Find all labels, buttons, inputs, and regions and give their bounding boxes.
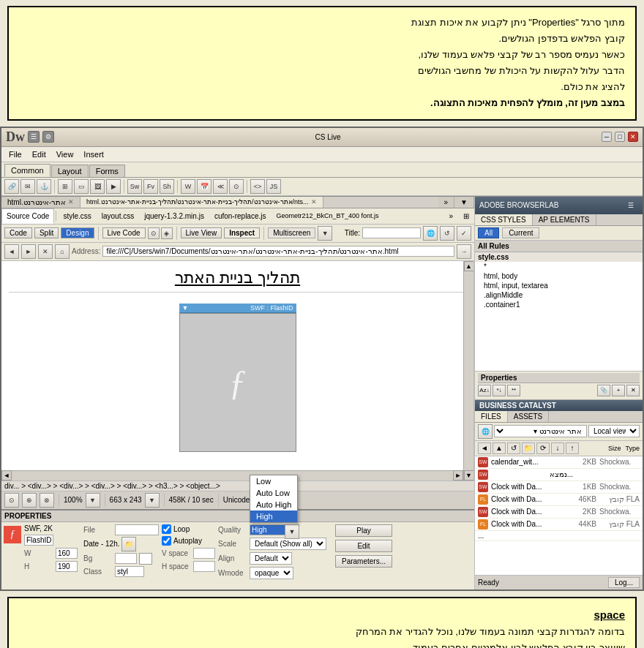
tab-files[interactable]: FILES	[475, 411, 508, 422]
files-get-btn[interactable]: ↓	[551, 442, 564, 454]
all-button[interactable]: All	[478, 227, 499, 238]
menu-insert[interactable]: Insert	[79, 148, 108, 160]
menu-view[interactable]: View	[52, 148, 78, 160]
prop-wmode-select[interactable]: opaque	[250, 567, 293, 579]
prop-bg-input[interactable]	[115, 553, 137, 564]
dimensions-dropdown[interactable]: ▼	[145, 493, 160, 508]
files-up-btn[interactable]: ▲	[493, 442, 506, 454]
design-button[interactable]: Design	[61, 227, 94, 238]
horizontal-scrollbar[interactable]: ◄ ►	[1, 470, 463, 481]
back-button[interactable]: ◄	[4, 244, 19, 259]
prop-flashid-input[interactable]	[24, 535, 53, 546]
title-input[interactable]	[362, 227, 421, 238]
tab-ap-elements[interactable]: AP ELEMENTS	[533, 214, 596, 225]
swf-icon[interactable]: Sw	[127, 179, 142, 194]
live-code-option2[interactable]: ◈	[161, 227, 173, 239]
prop-class-input[interactable]	[115, 566, 144, 577]
home-button[interactable]: ⌂	[55, 244, 70, 259]
files-back-btn[interactable]: ◄	[478, 442, 491, 454]
tab-assets[interactable]: ASSETS	[508, 411, 549, 422]
table-icon[interactable]: ⊞	[58, 179, 72, 194]
css-rule-star[interactable]: *	[475, 262, 643, 271]
code-button[interactable]: Code	[4, 227, 32, 238]
insert-div-icon[interactable]: ▭	[74, 179, 89, 194]
doc-tab-panel-toggle[interactable]: ▼	[454, 197, 474, 208]
tab-common[interactable]: Common	[4, 164, 50, 177]
doc-tab-close1[interactable]: ✕	[68, 198, 74, 206]
comment-icon[interactable]: ≪	[213, 179, 228, 194]
split-button[interactable]: Split	[34, 227, 59, 238]
prop-bg-swatch[interactable]	[139, 553, 152, 565]
title-refresh-icon[interactable]: ↺	[440, 226, 454, 241]
file-row-6[interactable]: FL Clock with Da... 44KB FLA קובץ	[475, 519, 643, 531]
quality-option-autolow[interactable]: Auto Low	[250, 487, 297, 499]
doc-tab-main[interactable]: אתר-אינטרנט.html ✕	[1, 197, 80, 208]
vertical-scrollbar[interactable]: ▲ ▼	[463, 261, 473, 481]
files-put-btn[interactable]: ↑	[566, 442, 579, 454]
doc-tab-second[interactable]: ...nts/אתר-אינטרנט/תהליך-בניית-אתר-אינטר…	[80, 197, 323, 208]
status-icon2[interactable]: ⊕	[22, 493, 37, 508]
scroll-right-button[interactable]: ►	[453, 470, 463, 481]
view-dropdown[interactable]: Local view	[588, 425, 640, 437]
stop-button[interactable]: ✕	[38, 244, 53, 259]
css-prop-icon-az[interactable]: Az↓	[478, 385, 491, 396]
css-prop-icon-star[interactable]: *↓	[493, 385, 506, 396]
panel-jquery[interactable]: jquery-1.3.2.min.js	[139, 208, 209, 224]
quality-option-low[interactable]: Low	[250, 475, 297, 487]
menu-icon[interactable]: ☰	[28, 131, 40, 143]
script-icon[interactable]: JS	[266, 179, 281, 194]
multiscreen-button[interactable]: Multiscreen	[268, 227, 315, 238]
title-check-icon[interactable]: ✓	[457, 226, 471, 241]
files-new-folder-btn[interactable]: 📁	[522, 442, 535, 454]
forward-button[interactable]: ►	[21, 244, 36, 259]
files-refresh-btn[interactable]: ↺	[507, 442, 520, 454]
tab-forms[interactable]: Forms	[89, 165, 125, 177]
file-row-3[interactable]: SW Clock with Da... 1KB Shockwa.	[475, 481, 643, 494]
panel-cufon[interactable]: cufon-replace.js	[209, 208, 272, 224]
css-prop-new[interactable]: +	[612, 385, 625, 396]
play-button[interactable]: Play	[335, 524, 392, 537]
media-icon[interactable]: ▶	[106, 179, 121, 194]
site-dropdown[interactable]: אתר אינטרנט ▾	[494, 425, 587, 437]
inspect-button[interactable]: Inspect	[224, 227, 260, 238]
email-icon[interactable]: ✉	[20, 179, 35, 194]
file-row-4[interactable]: FL Clock with Da... 46KB FLA קובץ	[475, 494, 643, 506]
panel-layout-css[interactable]: layout.css	[97, 208, 139, 224]
panel-source-code[interactable]: Source Code	[1, 208, 54, 224]
panel-style-css[interactable]: style.css	[58, 208, 96, 224]
menu-file[interactable]: File	[4, 148, 26, 160]
date-icon[interactable]: 📅	[197, 179, 211, 194]
live-code-button[interactable]: Live Code	[102, 227, 146, 238]
css-prop-icon-double-star[interactable]: **	[507, 385, 520, 396]
browserlab-options[interactable]: ☰	[624, 198, 638, 213]
prop-scale-select[interactable]: Default (Show all)	[250, 538, 326, 550]
settings-icon[interactable]: ⚙	[42, 131, 54, 143]
doc-tab-close2[interactable]: ✕	[311, 198, 317, 206]
files-connect-btn[interactable]: ⟳	[536, 442, 550, 454]
css-rule-alignmiddle[interactable]: .alignMiddle	[475, 290, 643, 300]
quality-option-high[interactable]: High	[250, 511, 297, 522]
anchor-icon[interactable]: ⚓	[37, 179, 51, 194]
flash-label-bar[interactable]: SWF : FlashID ▼	[179, 304, 296, 313]
menu-edit[interactable]: Edit	[28, 148, 50, 160]
maximize-button[interactable]: □	[615, 132, 625, 142]
css-rule-style-css[interactable]: style.css	[475, 252, 643, 262]
widget-icon[interactable]: W	[181, 179, 195, 194]
file-row-5[interactable]: SW Clock with Da... 2KB Shockwa.	[475, 506, 643, 519]
flash-video-icon[interactable]: Fv	[143, 179, 158, 194]
current-button[interactable]: Current	[502, 227, 539, 238]
prop-autoplay-checkbox[interactable]	[162, 536, 171, 546]
status-icon1[interactable]: ⊙	[4, 493, 19, 508]
prop-w-input[interactable]	[56, 548, 78, 559]
shockwave-icon[interactable]: Sh	[160, 179, 174, 194]
panels-options[interactable]: ⊞	[458, 208, 474, 224]
quality-dropdown-arrow[interactable]: ▼	[285, 524, 299, 539]
tab-css-styles[interactable]: CSS STYLES	[475, 214, 533, 225]
address-input[interactable]	[102, 246, 454, 257]
prop-file-browse[interactable]: 📁	[121, 537, 136, 551]
file-row-1[interactable]: SW calendar_wit... 2KB Shockwa.	[475, 456, 643, 469]
prop-file-input[interactable]	[115, 524, 159, 535]
title-globe-icon[interactable]: 🌐	[423, 226, 438, 241]
prop-h-input[interactable]	[56, 561, 78, 572]
zoom-dropdown[interactable]: ▼	[86, 493, 100, 508]
